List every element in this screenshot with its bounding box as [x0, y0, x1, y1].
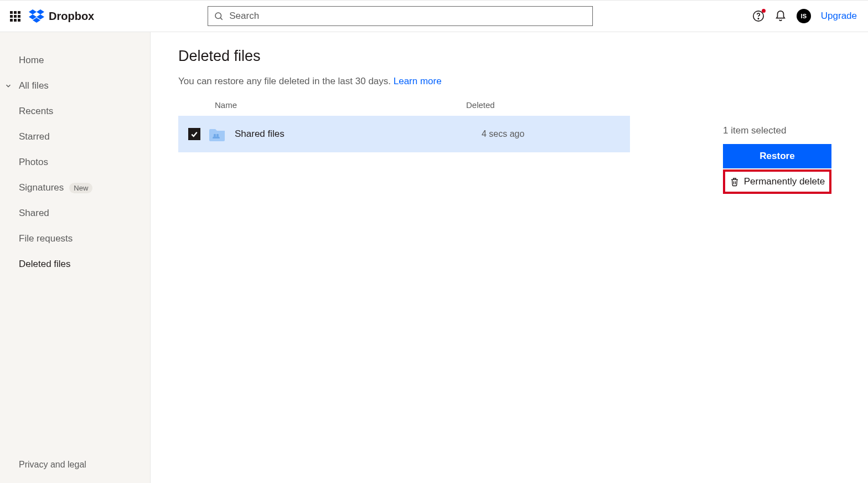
search-input[interactable]: [229, 11, 587, 22]
header-actions: IS Upgrade: [752, 9, 859, 23]
dropbox-icon: [29, 9, 44, 23]
column-name[interactable]: Name: [215, 100, 466, 110]
row-deleted-time: 4 secs ago: [482, 129, 524, 139]
content: Deleted files You can restore any file d…: [151, 32, 723, 483]
apps-grid-icon[interactable]: [9, 10, 21, 22]
search-icon: [214, 11, 224, 21]
row-name: Shared files: [235, 129, 474, 140]
sidebar-item-deleted-files[interactable]: Deleted files: [0, 251, 150, 277]
sidebar-nav: Home All files Recents Starred Photos Si…: [0, 48, 150, 277]
sidebar-item-label: File requests: [19, 233, 73, 244]
sidebar-item-label: All files: [19, 80, 49, 91]
restore-button[interactable]: Restore: [723, 144, 831, 168]
sidebar-item-label: Recents: [19, 106, 53, 117]
shared-folder-icon: [208, 127, 227, 141]
svg-point-4: [214, 134, 216, 136]
sidebar-item-label: Starred: [19, 131, 50, 142]
sidebar-item-label: Signatures: [19, 182, 64, 193]
sidebar-item-home[interactable]: Home: [0, 48, 150, 73]
brand-name: Dropbox: [49, 10, 94, 23]
avatar[interactable]: IS: [797, 9, 811, 23]
brand-logo[interactable]: Dropbox: [29, 9, 94, 23]
trash-icon: [730, 177, 740, 187]
privacy-legal-link[interactable]: Privacy and legal: [0, 460, 150, 483]
page-title: Deleted files: [178, 48, 695, 65]
sidebar-item-label: Photos: [19, 157, 48, 168]
check-icon: [190, 130, 199, 138]
sidebar-item-file-requests[interactable]: File requests: [0, 226, 150, 251]
sidebar-item-all-files[interactable]: All files: [0, 73, 150, 99]
learn-more-link[interactable]: Learn more: [394, 76, 442, 86]
global-header: Dropbox IS Upgrade: [0, 0, 868, 32]
new-badge: New: [69, 183, 92, 193]
svg-point-3: [758, 18, 758, 19]
main-area: Deleted files You can restore any file d…: [151, 32, 868, 483]
sidebar-item-label: Home: [19, 55, 44, 66]
column-deleted[interactable]: Deleted: [466, 100, 610, 110]
selection-count: 1 item selected: [723, 125, 846, 136]
svg-line-1: [221, 18, 223, 19]
sidebar-item-label: Deleted files: [19, 259, 71, 270]
sidebar-item-recents[interactable]: Recents: [0, 99, 150, 124]
row-checkbox[interactable]: [188, 128, 200, 140]
subtitle-text: You can restore any file deleted in the …: [178, 76, 394, 86]
sidebar: Home All files Recents Starred Photos Si…: [0, 32, 151, 483]
bell-icon[interactable]: [774, 10, 787, 22]
svg-point-0: [215, 13, 221, 19]
table-row[interactable]: Shared files 4 secs ago: [178, 116, 630, 152]
help-icon[interactable]: [752, 10, 764, 22]
sidebar-item-photos[interactable]: Photos: [0, 150, 150, 175]
action-panel: 1 item selected Restore Permanently dele…: [723, 32, 868, 483]
chevron-down-icon: [4, 82, 12, 90]
sidebar-item-signatures[interactable]: Signatures New: [0, 175, 150, 201]
permanently-delete-label: Permanently delete: [744, 176, 825, 187]
table-header: Name Deleted: [178, 94, 630, 116]
sidebar-item-shared[interactable]: Shared: [0, 201, 150, 226]
deleted-files-table: Name Deleted: [178, 94, 630, 152]
sidebar-item-starred[interactable]: Starred: [0, 124, 150, 150]
permanently-delete-button[interactable]: Permanently delete: [723, 169, 831, 194]
svg-point-5: [216, 134, 219, 136]
search-bar[interactable]: [208, 6, 593, 26]
page-subtitle: You can restore any file deleted in the …: [178, 76, 695, 87]
upgrade-link[interactable]: Upgrade: [821, 11, 857, 22]
sidebar-item-label: Shared: [19, 208, 49, 219]
notification-dot-icon: [762, 9, 766, 13]
